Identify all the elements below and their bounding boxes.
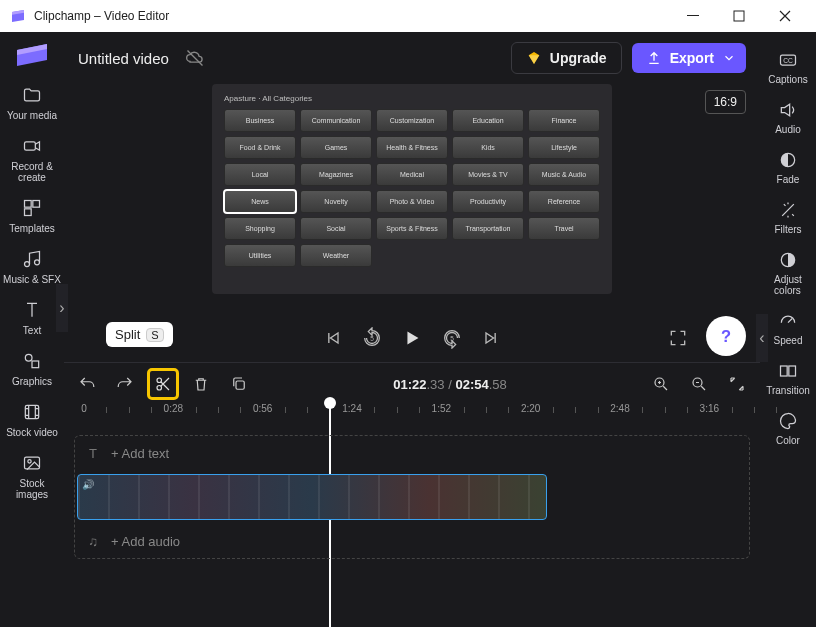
rail-record-create[interactable]: Record & create	[0, 129, 64, 191]
help-button[interactable]: ?	[706, 316, 746, 356]
video-preview[interactable]: Apasture · All Categories BusinessCommun…	[212, 84, 612, 294]
skip-end-button[interactable]	[481, 328, 501, 348]
rail-label: Stock video	[6, 427, 58, 438]
rr-label: Color	[776, 435, 800, 446]
video-title[interactable]: Untitled video	[78, 50, 169, 67]
preview-tile: Magazines	[300, 163, 372, 186]
svg-text:5: 5	[450, 335, 454, 342]
rail-your-media[interactable]: Your media	[0, 78, 64, 129]
transition-icon	[777, 360, 799, 382]
rr-label: Adjust colors	[774, 274, 802, 296]
ruler-tick: 0	[81, 403, 87, 414]
text-icon	[21, 299, 43, 321]
upgrade-button[interactable]: Upgrade	[511, 42, 622, 74]
undo-button[interactable]	[74, 371, 100, 397]
minimize-button[interactable]	[670, 0, 716, 32]
rr-label: Audio	[775, 124, 801, 135]
export-button[interactable]: Export	[632, 43, 746, 73]
redo-button[interactable]	[112, 371, 138, 397]
timeline-ruler[interactable]: 00:280:561:241:522:202:483:16	[74, 403, 750, 429]
video-clip[interactable]: 🔊	[77, 474, 547, 520]
preview-tile: Kids	[452, 136, 524, 159]
preview-tile: Social	[300, 217, 372, 240]
duplicate-button[interactable]	[226, 371, 252, 397]
preview-tile: Music & Audio	[528, 163, 600, 186]
window-title: Clipchamp – Video Editor	[34, 9, 169, 23]
ruler-tick: 1:52	[432, 403, 451, 414]
text-track[interactable]: T + Add text	[75, 436, 749, 470]
palette-icon	[777, 410, 799, 432]
time-current-frac: .33	[426, 377, 444, 392]
rr-filters[interactable]: Filters	[760, 194, 816, 240]
delete-button[interactable]	[188, 371, 214, 397]
rail-label: Graphics	[12, 376, 52, 387]
rr-color[interactable]: Color	[760, 405, 816, 451]
preview-tile: Movies & TV	[452, 163, 524, 186]
svg-text:?: ?	[721, 327, 731, 345]
svg-point-8	[25, 354, 32, 361]
image-icon	[21, 452, 43, 474]
aspect-ratio-button[interactable]: 16:9	[705, 90, 746, 114]
speaker-icon	[777, 99, 799, 121]
ruler-tick: 0:28	[164, 403, 183, 414]
svg-rect-0	[687, 15, 699, 16]
rr-audio[interactable]: Audio	[760, 94, 816, 140]
time-current: 01:22	[393, 377, 426, 392]
play-button[interactable]	[401, 327, 423, 349]
rr-captions[interactable]: CCCaptions	[760, 44, 816, 90]
preview-tile: Productivity	[452, 190, 524, 213]
split-tooltip: Split S	[106, 322, 173, 347]
rr-label: Speed	[774, 335, 803, 346]
diamond-icon	[526, 50, 542, 66]
left-rail: Your media Record & create Templates Mus…	[0, 32, 64, 627]
ruler-tick: 0:56	[253, 403, 272, 414]
audio-track[interactable]: ♫ + Add audio	[75, 524, 749, 558]
forward-5-button[interactable]: 5	[441, 327, 463, 349]
svg-rect-2	[25, 142, 36, 150]
rail-templates[interactable]: Templates	[0, 191, 64, 242]
window-titlebar: Clipchamp – Video Editor	[0, 0, 816, 32]
contrast-icon	[777, 249, 799, 271]
svg-point-7	[35, 260, 40, 265]
rail-music-sfx[interactable]: Music & SFX	[0, 242, 64, 293]
preview-tile: Weather	[300, 244, 372, 267]
maximize-button[interactable]	[716, 0, 762, 32]
svg-rect-5	[25, 209, 32, 216]
preview-heading: Apasture · All Categories	[224, 94, 600, 103]
tooltip-key: S	[146, 328, 163, 342]
rr-transition[interactable]: Transition	[760, 355, 816, 401]
fullscreen-button[interactable]	[668, 328, 688, 348]
rr-adjust-colors[interactable]: Adjust colors	[760, 244, 816, 301]
close-button[interactable]	[762, 0, 808, 32]
skip-start-button[interactable]	[323, 328, 343, 348]
rail-stock-video[interactable]: Stock video	[0, 395, 64, 446]
rr-label: Captions	[768, 74, 807, 85]
camera-icon	[21, 135, 43, 157]
clipchamp-logo-icon	[12, 40, 52, 70]
svg-rect-17	[781, 366, 788, 376]
rr-fade[interactable]: Fade	[760, 144, 816, 190]
rail-label: Record & create	[11, 161, 53, 183]
zoom-in-button[interactable]	[648, 371, 674, 397]
rail-graphics[interactable]: Graphics	[0, 344, 64, 395]
film-icon	[21, 401, 43, 423]
folder-icon	[21, 84, 43, 106]
expand-right-panel-button[interactable]: ‹	[756, 314, 768, 362]
preview-tile: Customization	[376, 109, 448, 132]
ruler-tick: 1:24	[342, 403, 361, 414]
zoom-out-button[interactable]	[686, 371, 712, 397]
rr-speed[interactable]: Speed	[760, 305, 816, 351]
tracks-container: T + Add text 🔊 ♫ + Add audio	[74, 435, 750, 559]
filters-icon	[777, 199, 799, 221]
rail-text[interactable]: Text	[0, 293, 64, 344]
video-track[interactable]: 🔊	[75, 472, 749, 522]
ruler-tick: 2:48	[610, 403, 629, 414]
fit-timeline-button[interactable]	[724, 371, 750, 397]
cloud-off-icon[interactable]	[185, 48, 205, 68]
preview-tile: Business	[224, 109, 296, 132]
svg-rect-11	[25, 457, 40, 469]
timeline: 01:22.33 / 02:54.58 00:280:561:241:522:2…	[64, 362, 760, 559]
split-button[interactable]	[150, 371, 176, 397]
rewind-5-button[interactable]: 5	[361, 327, 383, 349]
rail-stock-images[interactable]: Stock images	[0, 446, 64, 508]
